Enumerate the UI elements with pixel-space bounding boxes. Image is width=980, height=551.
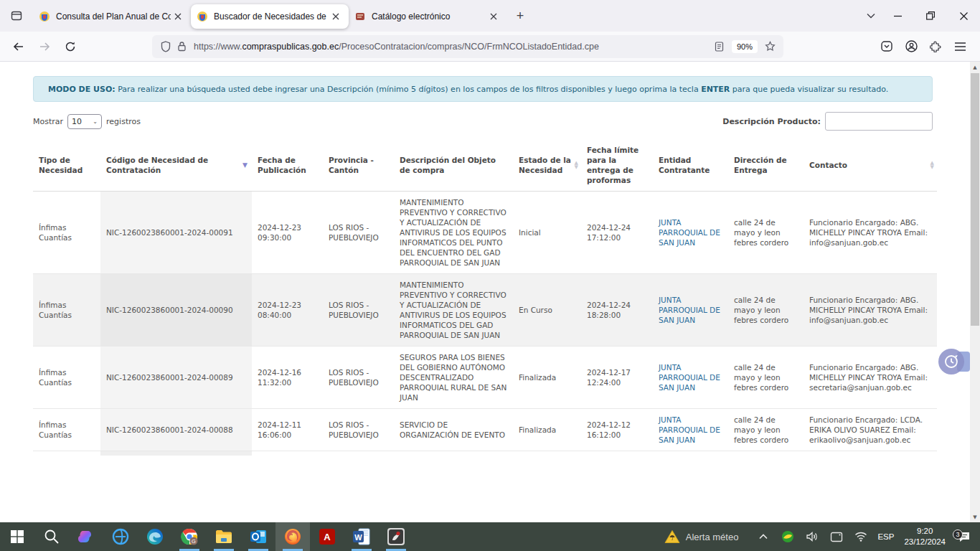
copilot-icon[interactable] [69,522,103,551]
page-scrollbar[interactable]: ▲ ▼ [970,62,980,522]
clock-time: 9:20 [917,527,933,535]
media-app-icon[interactable] [379,522,413,551]
scrollbar-down-icon[interactable]: ▼ [970,512,980,522]
minimize-button[interactable] [881,0,914,32]
menu-icon[interactable] [948,35,971,58]
cell-descripcion-objeto: SEGUROS PARA LOS BIENES DEL GOBIERNO AUT… [394,347,513,409]
zoom-level-indicator[interactable]: 90% [732,40,758,53]
usage-note-text-end: para que pueda visualizar su resultado. [730,85,888,94]
column-header[interactable]: Tipo de Necesidad [33,139,100,192]
acrobat-icon[interactable]: A [310,522,344,551]
firefox-icon[interactable] [275,522,310,551]
cell-fecha-publicacion: 2024-12-16 11:32:00 [252,347,323,409]
taskbar-search-icon[interactable] [34,522,69,551]
entidad-contratante-link[interactable]: JUNTA PARROQUIAL DE SAN JUAN [659,218,720,247]
new-tab-button[interactable]: + [509,5,531,27]
close-button[interactable] [947,0,980,32]
chrome-icon[interactable]: G [172,522,207,551]
file-explorer-icon[interactable] [207,522,241,551]
column-header[interactable]: Entidad Contratante [653,139,728,192]
windows-taskbar: G A W Alerta méteo [0,522,980,551]
browser-tab-catalogo[interactable]: Catálogo electrónico [349,4,507,29]
entidad-contratante-link[interactable]: JUNTA PARROQUIAL DE SAN JUAN [659,415,720,444]
list-all-tabs-icon[interactable] [861,6,881,26]
outlook-icon[interactable] [241,522,275,551]
firefox-view-icon[interactable] [6,5,27,27]
antivirus-icon[interactable] [778,530,797,543]
reader-view-icon[interactable] [712,39,727,55]
cell-fecha-limite: 2024-12-24 17:12:00 [581,192,653,274]
length-menu-prefix: Mostrar [33,117,63,126]
edge-icon[interactable] [138,522,172,551]
lock-icon[interactable] [174,39,189,55]
scrollbar-thumb[interactable] [971,73,979,326]
usage-note-label: MODO DE USO: [48,85,116,94]
entidad-contratante-link[interactable]: JUNTA PARROQUIAL DE SAN JUAN [659,363,720,392]
tab-close-icon[interactable] [486,9,501,24]
scrollbar-up-icon[interactable]: ▲ [970,62,980,72]
chevron-down-icon: ⌄ [93,118,98,125]
tab-title: Catálogo electrónico [372,11,486,22]
forward-button[interactable] [33,35,56,58]
floating-widget[interactable] [938,349,970,375]
internet-explorer-icon[interactable] [103,522,138,551]
toolbar-right-icons [875,35,973,58]
browser-tab-bar: Consulta del Plan Anual de Con Buscador … [0,0,980,32]
start-button[interactable] [0,522,34,551]
volume-icon[interactable] [803,531,821,542]
notification-badge: 3 [953,529,963,540]
restore-button[interactable] [914,0,947,32]
cell-estado: Finalizada [513,347,581,409]
taskbar-clock[interactable]: 9:20 23/12/2024 [904,526,946,547]
product-filter-input[interactable] [825,112,933,131]
browser-tab-buscador-necesidades[interactable]: Buscador de Necesidades de Co [191,4,349,29]
tab-title: Consulta del Plan Anual de Con [56,11,171,22]
url-bar[interactable]: https://www.compraspublicas.gob.ec/Proce… [152,35,783,58]
tray-chevron-up-icon[interactable] [754,534,773,540]
bookmark-star-icon[interactable] [762,39,778,55]
column-header[interactable]: Provincia - Cantón [323,139,394,192]
cell-tipo-necesidad: Ínfimas Cuantías [33,347,100,409]
column-header[interactable]: Descripción del Objeto de compra [394,139,513,192]
tab-close-icon[interactable] [171,9,185,24]
column-header[interactable]: Contacto▲▼ [804,139,937,192]
table-header-row: Tipo de NecesidadCódigo de Necesidad de … [33,139,937,192]
clock-overlay-icon [938,349,964,375]
column-header[interactable]: Fecha de Publicación [252,139,323,192]
records-per-page-select[interactable]: 10 ⌄ [67,114,102,129]
word-icon[interactable]: W [344,522,379,551]
extensions-icon[interactable] [924,35,947,58]
column-header[interactable]: Fecha límite para la entrega de proforma… [581,139,653,192]
cell-estado: Inicial [513,192,581,274]
reload-button[interactable] [59,35,82,58]
cell-contacto: Funcionario Encargado: ABG. MICHELLY PIN… [804,192,937,274]
records-per-page-value: 10 [72,117,82,126]
cell-fecha-publicacion: 2024-12-23 08:40:00 [252,274,323,347]
pocket-icon[interactable] [875,35,898,58]
cell-provincia-canton: LOS RIOS - PUEBLOVIEJO [323,192,394,274]
browser-tab-plan-anual[interactable]: Consulta del Plan Anual de Con [33,4,191,29]
weather-alert[interactable]: Alerta méteo [664,529,739,544]
notification-center-icon[interactable]: 3 [951,531,977,542]
column-header[interactable]: Dirección de Entrega [728,139,804,192]
usage-note-enter: ENTER [701,85,730,94]
back-button[interactable] [7,35,30,58]
tab-close-icon[interactable] [329,9,343,24]
wifi-icon[interactable] [852,532,870,542]
tracking-shield-icon[interactable] [158,39,174,55]
sort-descending-icon: ▼ [242,160,248,170]
column-header[interactable]: Estado de la Necesidad▲▼ [513,139,581,192]
weather-warning-icon [664,529,680,544]
display-icon[interactable] [827,532,846,542]
keyboard-language[interactable]: ESP [877,532,894,541]
table-body: Ínfimas Cuantías NIC-1260023860001-2024-… [33,192,937,451]
cell-fecha-publicacion: 2024-12-11 16:06:00 [252,409,323,451]
cell-fecha-limite: 2024-12-12 16:12:00 [581,409,653,451]
cell-descripcion-objeto: SERVICIO DE ORGANIZACIÓN DE EVENTO [394,409,513,451]
product-filter: Descripción Producto: [722,112,933,131]
account-icon[interactable] [900,35,923,58]
table-row: Ínfimas Cuantías NIC-1260023860001-2024-… [33,347,937,409]
entidad-contratante-link[interactable]: JUNTA PARROQUIAL DE SAN JUAN [659,296,720,324]
cell-direccion-entrega: calle 24 de mayo y leon febres cordero [728,274,804,347]
column-header[interactable]: Código de Necesidad de Contratación▼ [100,139,252,192]
